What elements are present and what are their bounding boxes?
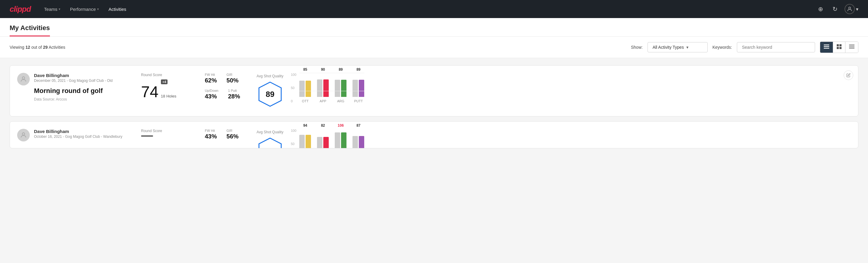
- score-main: 74 +4 18 Holes: [141, 80, 195, 99]
- fw-hit-stat: FW Hit 62%: [205, 73, 217, 84]
- bar-value-app2: 82: [321, 123, 325, 127]
- chart-y-labels: 100 50 0: [291, 73, 296, 103]
- chevron-down-icon: ▾: [856, 6, 858, 12]
- card-user-info: Dave Billingham October 16, 2021 - Gog M…: [34, 129, 122, 139]
- svg-point-14: [22, 133, 25, 135]
- activity-card: Dave Billingham October 16, 2021 - Gog M…: [10, 121, 858, 148]
- round-score-section: Round Score 74 +4 18 Holes: [141, 73, 195, 99]
- bar-wrapper-ott: [299, 73, 311, 97]
- nav-performance[interactable]: Performance ▾: [66, 4, 102, 14]
- bar-putt2: [359, 136, 364, 148]
- stats-section: FW Hit 62% GIR 50% Up/Down 43% 1 Putt 28…: [205, 73, 247, 105]
- bar-value-arg: 89: [339, 67, 343, 71]
- bar-chart-partial: 100 50 0 94 OTT 82: [291, 129, 364, 148]
- viewing-total: 29: [43, 45, 48, 50]
- bar-arg2: [341, 133, 346, 148]
- svg-rect-6: [837, 47, 839, 49]
- svg-rect-5: [839, 44, 841, 46]
- bar-putt2-bg: [352, 136, 358, 148]
- bar-wrapper-ott2: [299, 129, 311, 148]
- bar-chart: 85 OTT 90 APP: [299, 73, 364, 109]
- stat-row-bottom: Up/Down 43% 1 Putt 28%: [205, 89, 247, 100]
- card-user-name: Dave Billingham: [34, 129, 122, 134]
- avatar: [17, 129, 30, 141]
- edit-button[interactable]: [844, 70, 853, 80]
- bar-label-arg: ARG: [337, 99, 344, 103]
- bar-wrapper-arg: [335, 73, 346, 97]
- card-date-venue: December 05, 2021 - Gog Magog Golf Club …: [34, 79, 113, 83]
- gir-label: GIR: [226, 129, 239, 133]
- bar-value-arg2: 106: [338, 123, 344, 127]
- fw-hit-value: 62%: [205, 77, 217, 84]
- updown-label: Up/Down: [205, 89, 218, 92]
- page-header: My Activities: [0, 18, 868, 37]
- oneputt-value: 28%: [228, 93, 240, 100]
- logo[interactable]: clippd: [10, 4, 31, 14]
- bar-ott: [306, 81, 311, 97]
- card-title[interactable]: Morning round of golf: [34, 87, 113, 95]
- bar-ott2: [306, 135, 311, 148]
- bar-group-arg2: 106 ARG: [335, 123, 346, 148]
- gir-label: GIR: [226, 73, 239, 77]
- filter-bar: Viewing 12 out of 29 Activities Show: Al…: [0, 37, 868, 58]
- bar-putt: [359, 80, 364, 97]
- svg-point-0: [849, 7, 851, 9]
- grid-line-top: [299, 73, 364, 73]
- nav-teams[interactable]: Teams ▾: [40, 4, 64, 14]
- activities-list: Dave Billingham December 05, 2021 - Gog …: [0, 58, 868, 155]
- show-label: Show:: [631, 45, 643, 50]
- updown-value: 43%: [205, 93, 218, 100]
- svg-rect-8: [849, 45, 855, 45]
- fw-hit-label: FW Hit: [205, 129, 217, 133]
- bar-app2-bg: [317, 137, 322, 148]
- viewing-text: Viewing 12 out of 29 Activities: [10, 45, 626, 50]
- svg-rect-1: [824, 45, 829, 46]
- view-grid-button[interactable]: [833, 42, 845, 53]
- bar-ott2-bg: [299, 135, 305, 148]
- card-user-name: Dave Billingham: [34, 73, 113, 78]
- user-menu[interactable]: ▾: [844, 4, 858, 14]
- score-bar-placeholder: [141, 136, 195, 137]
- bar-arg-bg: [335, 80, 340, 97]
- gir-stat: GIR 56%: [226, 129, 239, 140]
- svg-rect-4: [837, 44, 839, 46]
- bar-label-ott: OTT: [302, 99, 309, 103]
- viewing-count: 12: [26, 45, 30, 50]
- bar-label-putt: PUTT: [354, 99, 363, 103]
- stat-row: FW Hit 43% GIR 56%: [205, 129, 247, 140]
- page-title: My Activities: [10, 18, 50, 36]
- bar-putt-bg: [352, 80, 358, 97]
- avatar: [17, 73, 30, 85]
- svg-rect-7: [839, 47, 841, 49]
- view-compact-button[interactable]: [845, 42, 858, 53]
- bar-arg2-bg: [335, 133, 340, 148]
- gir-value: 50%: [226, 77, 239, 84]
- hexagon-score: 89: [266, 90, 275, 99]
- bar-app2: [323, 137, 329, 148]
- updown-stat: Up/Down 43%: [205, 89, 218, 100]
- search-input[interactable]: [737, 42, 815, 52]
- bar-arg: [341, 80, 346, 97]
- bar-wrapper-app: [317, 73, 329, 97]
- avg-shot-label: Avg Shot Quality: [256, 130, 284, 134]
- activity-type-select[interactable]: All Activity Types ▾: [648, 42, 708, 52]
- avg-shot-label: Avg Shot Quality: [256, 74, 284, 78]
- round-score-section: Round Score: [141, 129, 195, 137]
- bar-group-app2: 82 APP: [317, 123, 329, 148]
- keywords-label: Keywords:: [713, 45, 732, 50]
- oneputt-stat: 1 Putt 28%: [228, 89, 240, 100]
- add-icon[interactable]: ⊕: [816, 4, 825, 14]
- svg-rect-2: [824, 46, 829, 47]
- svg-rect-9: [849, 46, 855, 46]
- bar-wrapper-app2: [317, 129, 329, 148]
- card-date-venue: October 16, 2021 - Gog Magog Golf Club -…: [34, 135, 122, 139]
- view-list-button[interactable]: [820, 42, 833, 53]
- nav-links: Teams ▾ Performance ▾ Activities: [40, 4, 806, 14]
- svg-rect-10: [849, 47, 855, 48]
- gir-value: 56%: [226, 133, 239, 140]
- score-holes: 18 Holes: [161, 94, 176, 98]
- refresh-icon[interactable]: ↻: [830, 4, 840, 14]
- nav-activities[interactable]: Activities: [105, 4, 130, 14]
- bar-app: [323, 80, 329, 97]
- card-user-info: Dave Billingham December 05, 2021 - Gog …: [34, 73, 113, 101]
